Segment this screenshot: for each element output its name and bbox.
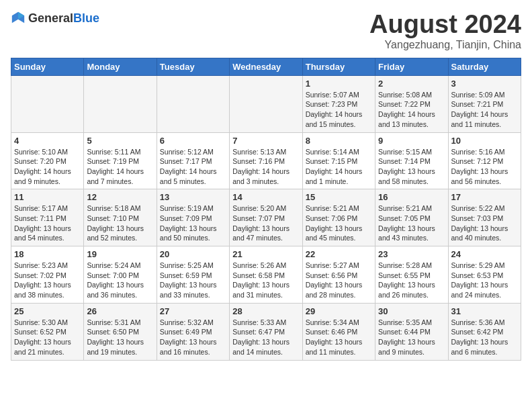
logo-text: GeneralBlue [28,11,99,26]
day-number: 16 [378,192,445,202]
logo-general: General [28,11,73,25]
header: GeneralBlue August 2024 Yangezhuang, Tia… [11,11,521,51]
calendar-cell: 15Sunrise: 5:21 AM Sunset: 7:06 PM Dayli… [302,189,375,246]
calendar-cell [11,75,84,132]
calendar-cell: 6Sunrise: 5:12 AM Sunset: 7:17 PM Daylig… [157,132,229,189]
day-number: 18 [14,249,81,259]
day-number: 28 [232,306,299,316]
calendar-cell: 28Sunrise: 5:33 AM Sunset: 6:47 PM Dayli… [230,303,302,360]
day-number: 3 [451,79,518,89]
col-header-tuesday: Tuesday [157,58,229,75]
calendar-cell [230,75,302,132]
day-number: 30 [378,306,445,316]
week-row-5: 25Sunrise: 5:30 AM Sunset: 6:52 PM Dayli… [11,303,521,360]
week-row-4: 18Sunrise: 5:23 AM Sunset: 7:02 PM Dayli… [11,246,521,304]
cell-content: Sunrise: 5:12 AM Sunset: 7:17 PM Dayligh… [160,147,226,187]
day-number: 2 [378,79,445,89]
day-number: 12 [87,192,153,202]
calendar-cell: 26Sunrise: 5:31 AM Sunset: 6:50 PM Dayli… [84,303,157,360]
calendar-cell: 21Sunrise: 5:26 AM Sunset: 6:58 PM Dayli… [230,246,302,304]
day-number: 21 [232,249,299,259]
cell-content: Sunrise: 5:30 AM Sunset: 6:52 PM Dayligh… [14,318,81,357]
col-header-saturday: Saturday [448,58,521,75]
calendar-cell: 1Sunrise: 5:07 AM Sunset: 7:23 PM Daylig… [302,75,375,132]
logo: GeneralBlue [11,11,99,26]
cell-content: Sunrise: 5:34 AM Sunset: 6:46 PM Dayligh… [306,318,372,357]
day-number: 13 [160,192,226,202]
cell-content: Sunrise: 5:24 AM Sunset: 7:00 PM Dayligh… [87,261,153,300]
cell-content: Sunrise: 5:08 AM Sunset: 7:22 PM Dayligh… [378,90,445,130]
cell-content: Sunrise: 5:28 AM Sunset: 6:55 PM Dayligh… [378,261,445,300]
day-number: 20 [160,249,226,259]
day-number: 19 [87,249,153,259]
day-number: 10 [451,136,518,146]
day-number: 17 [451,192,518,202]
week-row-1: 1Sunrise: 5:07 AM Sunset: 7:23 PM Daylig… [11,75,521,132]
cell-content: Sunrise: 5:20 AM Sunset: 7:07 PM Dayligh… [232,203,299,243]
cell-content: Sunrise: 5:16 AM Sunset: 7:12 PM Dayligh… [451,147,518,187]
cell-content: Sunrise: 5:09 AM Sunset: 7:21 PM Dayligh… [451,90,518,130]
cell-content: Sunrise: 5:31 AM Sunset: 6:50 PM Dayligh… [87,318,153,357]
cell-content: Sunrise: 5:35 AM Sunset: 6:44 PM Dayligh… [378,318,445,357]
calendar-cell: 9Sunrise: 5:15 AM Sunset: 7:14 PM Daylig… [375,132,448,189]
calendar-cell: 2Sunrise: 5:08 AM Sunset: 7:22 PM Daylig… [375,75,448,132]
header-row: SundayMondayTuesdayWednesdayThursdayFrid… [11,58,521,75]
cell-content: Sunrise: 5:36 AM Sunset: 6:42 PM Dayligh… [451,318,518,357]
day-number: 26 [87,306,153,316]
cell-content: Sunrise: 5:19 AM Sunset: 7:09 PM Dayligh… [160,203,226,243]
col-header-monday: Monday [84,58,157,75]
day-number: 31 [451,306,518,316]
week-row-3: 11Sunrise: 5:17 AM Sunset: 7:11 PM Dayli… [11,189,521,246]
cell-content: Sunrise: 5:21 AM Sunset: 7:06 PM Dayligh… [306,203,372,243]
day-number: 14 [232,192,299,202]
cell-content: Sunrise: 5:23 AM Sunset: 7:02 PM Dayligh… [14,261,81,300]
day-number: 29 [306,306,372,316]
day-number: 23 [378,249,445,259]
cell-content: Sunrise: 5:26 AM Sunset: 6:58 PM Dayligh… [232,261,299,300]
calendar-cell: 11Sunrise: 5:17 AM Sunset: 7:11 PM Dayli… [11,189,84,246]
cell-content: Sunrise: 5:29 AM Sunset: 6:53 PM Dayligh… [451,261,518,300]
day-number: 8 [306,136,372,146]
day-number: 25 [14,306,81,316]
cell-content: Sunrise: 5:18 AM Sunset: 7:10 PM Dayligh… [87,203,153,243]
day-number: 15 [306,192,372,202]
calendar-cell: 20Sunrise: 5:25 AM Sunset: 6:59 PM Dayli… [157,246,229,304]
col-header-wednesday: Wednesday [230,58,302,75]
cell-content: Sunrise: 5:33 AM Sunset: 6:47 PM Dayligh… [232,318,299,357]
cell-content: Sunrise: 5:25 AM Sunset: 6:59 PM Dayligh… [160,261,226,300]
col-header-thursday: Thursday [302,58,375,75]
calendar-cell: 16Sunrise: 5:21 AM Sunset: 7:05 PM Dayli… [375,189,448,246]
calendar-cell: 10Sunrise: 5:16 AM Sunset: 7:12 PM Dayli… [448,132,521,189]
calendar-cell: 30Sunrise: 5:35 AM Sunset: 6:44 PM Dayli… [375,303,448,360]
calendar-cell: 3Sunrise: 5:09 AM Sunset: 7:21 PM Daylig… [448,75,521,132]
calendar-cell: 18Sunrise: 5:23 AM Sunset: 7:02 PM Dayli… [11,246,84,304]
day-number: 5 [87,136,153,146]
subtitle: Yangezhuang, Tianjin, China [369,39,521,51]
calendar-cell: 14Sunrise: 5:20 AM Sunset: 7:07 PM Dayli… [230,189,302,246]
day-number: 9 [378,136,445,146]
logo-icon [11,11,26,26]
calendar-cell: 31Sunrise: 5:36 AM Sunset: 6:42 PM Dayli… [448,303,521,360]
cell-content: Sunrise: 5:21 AM Sunset: 7:05 PM Dayligh… [378,203,445,243]
calendar-cell: 13Sunrise: 5:19 AM Sunset: 7:09 PM Dayli… [157,189,229,246]
day-number: 1 [306,79,372,89]
title-area: August 2024 Yangezhuang, Tianjin, China [369,11,521,51]
calendar-cell: 7Sunrise: 5:13 AM Sunset: 7:16 PM Daylig… [230,132,302,189]
day-number: 27 [160,306,226,316]
calendar-table: SundayMondayTuesdayWednesdayThursdayFrid… [11,58,521,361]
calendar-cell: 25Sunrise: 5:30 AM Sunset: 6:52 PM Dayli… [11,303,84,360]
col-header-sunday: Sunday [11,58,84,75]
main-title: August 2024 [369,11,521,39]
cell-content: Sunrise: 5:22 AM Sunset: 7:03 PM Dayligh… [451,203,518,243]
calendar-cell: 8Sunrise: 5:14 AM Sunset: 7:15 PM Daylig… [302,132,375,189]
calendar-cell: 17Sunrise: 5:22 AM Sunset: 7:03 PM Dayli… [448,189,521,246]
calendar-cell: 27Sunrise: 5:32 AM Sunset: 6:49 PM Dayli… [157,303,229,360]
logo-blue: Blue [73,11,99,25]
calendar-cell: 12Sunrise: 5:18 AM Sunset: 7:10 PM Dayli… [84,189,157,246]
day-number: 11 [14,192,81,202]
day-number: 6 [160,136,226,146]
col-header-friday: Friday [375,58,448,75]
cell-content: Sunrise: 5:13 AM Sunset: 7:16 PM Dayligh… [232,147,299,187]
cell-content: Sunrise: 5:32 AM Sunset: 6:49 PM Dayligh… [160,318,226,357]
cell-content: Sunrise: 5:17 AM Sunset: 7:11 PM Dayligh… [14,203,81,243]
